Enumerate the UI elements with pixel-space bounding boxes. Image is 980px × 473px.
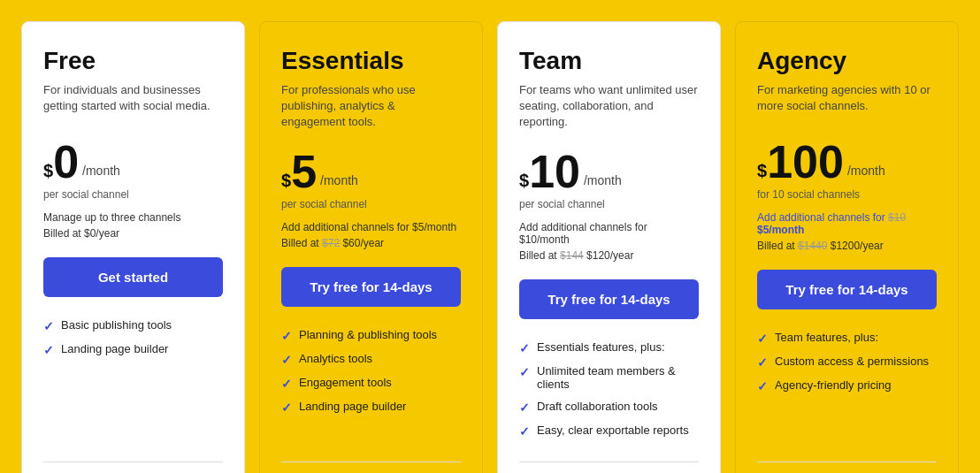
price-amount: 10 bbox=[529, 149, 580, 195]
divider bbox=[281, 462, 461, 462]
price-label: per social channel bbox=[281, 198, 461, 210]
check-icon: ✓ bbox=[281, 377, 292, 391]
feature-item: ✓ Team features, plus: bbox=[757, 331, 937, 346]
price-dollar: $ bbox=[519, 166, 529, 195]
feature-item: ✓ Landing page builder bbox=[43, 342, 223, 357]
features-list: ✓ Essentials features, plus: ✓ Unlimited… bbox=[519, 340, 699, 447]
divider bbox=[43, 462, 223, 462]
check-icon: ✓ bbox=[519, 401, 530, 415]
feature-item: ✓ Custom access & permissions bbox=[757, 355, 937, 370]
feature-item: ✓ Essentials features, plus: bbox=[519, 340, 699, 355]
plan-card-agency: Agency For marketing agencies with 10 or… bbox=[735, 21, 959, 473]
pricing-grid: Free For individuals and businesses gett… bbox=[14, 14, 966, 473]
price-label: for 10 social channels bbox=[757, 188, 937, 201]
feature-item: ✓ Agency-friendly pricing bbox=[757, 378, 937, 393]
feature-text: Essentials features, plus: bbox=[537, 340, 665, 354]
feature-text: Easy, clear exportable reports bbox=[537, 423, 689, 437]
cta-button-essentials[interactable]: Try free for 14-days bbox=[281, 267, 461, 307]
plan-name: Free bbox=[43, 47, 223, 75]
price-note: Add additional channels for $10 $5/month bbox=[757, 211, 937, 236]
check-icon: ✓ bbox=[281, 353, 292, 367]
check-icon: ✓ bbox=[757, 332, 768, 346]
feature-text: Landing page builder bbox=[299, 400, 406, 413]
billed-text: Billed at $0/year bbox=[43, 227, 223, 240]
price-row: $ 10 /month bbox=[519, 149, 699, 195]
cta-button-agency[interactable]: Try free for 14-days bbox=[757, 270, 937, 309]
plan-card-essentials: Essentials For professionals who use pub… bbox=[259, 21, 483, 473]
check-icon: ✓ bbox=[281, 401, 292, 415]
price-row: $ 0 /month bbox=[43, 139, 223, 185]
price-amount: 0 bbox=[53, 139, 79, 185]
price-dollar: $ bbox=[757, 156, 767, 185]
divider bbox=[519, 462, 699, 462]
check-icon: ✓ bbox=[43, 343, 54, 357]
feature-item: ✓ Planning & publishing tools bbox=[281, 328, 461, 343]
billed-text: Billed at $72 $60/year bbox=[281, 237, 461, 249]
feature-text: Unlimited team members & clients bbox=[537, 364, 699, 391]
plan-desc: For individuals and businesses getting s… bbox=[43, 82, 223, 121]
plan-name: Team bbox=[519, 47, 699, 75]
price-label: per social channel bbox=[519, 198, 699, 210]
plan-desc: For marketing agencies with 10 or more s… bbox=[757, 82, 937, 121]
feature-text: Custom access & permissions bbox=[775, 355, 929, 368]
plan-card-free: Free For individuals and businesses gett… bbox=[21, 21, 245, 473]
price-dollar: $ bbox=[281, 166, 291, 195]
feature-text: Landing page builder bbox=[61, 342, 168, 355]
feature-item: ✓ Easy, clear exportable reports bbox=[519, 423, 699, 439]
check-icon: ✓ bbox=[757, 379, 768, 393]
features-list: ✓ Basic publishing tools ✓ Landing page … bbox=[43, 318, 223, 447]
feature-text: Basic publishing tools bbox=[61, 318, 172, 332]
feature-item: ✓ Engagement tools bbox=[281, 376, 461, 391]
feature-text: Agency-friendly pricing bbox=[775, 378, 892, 392]
feature-item: ✓ Basic publishing tools bbox=[43, 318, 223, 333]
features-list: ✓ Team features, plus: ✓ Custom access &… bbox=[757, 331, 937, 447]
feature-text: Team features, plus: bbox=[775, 331, 878, 344]
feature-text: Planning & publishing tools bbox=[299, 328, 437, 341]
price-amount: 100 bbox=[767, 139, 844, 185]
plan-name: Essentials bbox=[281, 47, 461, 75]
check-icon: ✓ bbox=[519, 365, 530, 379]
price-row: $ 100 /month bbox=[757, 139, 937, 185]
check-icon: ✓ bbox=[43, 319, 54, 333]
price-period: /month bbox=[320, 173, 358, 187]
price-row: $ 5 /month bbox=[281, 149, 461, 195]
cta-button-team[interactable]: Try free for 14-days bbox=[519, 279, 699, 319]
check-icon: ✓ bbox=[519, 424, 530, 439]
plan-desc: For teams who want unlimited user seatin… bbox=[519, 82, 699, 131]
check-icon: ✓ bbox=[281, 329, 292, 343]
feature-item: ✓ Draft collaboration tools bbox=[519, 400, 699, 415]
price-note: Add additional channels for $10/month bbox=[519, 221, 699, 246]
price-period: /month bbox=[847, 164, 885, 178]
price-dollar: $ bbox=[43, 156, 53, 185]
plan-name: Agency bbox=[757, 47, 937, 75]
check-icon: ✓ bbox=[519, 341, 530, 355]
feature-item: ✓ Landing page builder bbox=[281, 400, 461, 415]
price-amount: 5 bbox=[291, 149, 317, 195]
plan-card-team: Team For teams who want unlimited user s… bbox=[497, 21, 721, 473]
cta-button-free[interactable]: Get started bbox=[43, 257, 223, 297]
price-label: per social channel bbox=[43, 188, 223, 201]
price-period: /month bbox=[584, 173, 622, 187]
billed-text: Billed at $1440 $1200/year bbox=[757, 240, 937, 252]
price-note: Add additional channels for $5/month bbox=[281, 221, 461, 233]
features-list: ✓ Planning & publishing tools ✓ Analytic… bbox=[281, 328, 461, 447]
price-period: /month bbox=[82, 164, 120, 178]
feature-item: ✓ Unlimited team members & clients bbox=[519, 364, 699, 391]
price-note: Manage up to three channels bbox=[43, 211, 223, 224]
feature-text: Engagement tools bbox=[299, 376, 392, 389]
divider bbox=[757, 462, 937, 462]
billed-text: Billed at $144 $120/year bbox=[519, 249, 699, 262]
check-icon: ✓ bbox=[757, 355, 768, 370]
feature-text: Draft collaboration tools bbox=[537, 400, 658, 413]
plan-desc: For professionals who use publishing, an… bbox=[281, 82, 461, 131]
feature-item: ✓ Analytics tools bbox=[281, 352, 461, 367]
feature-text: Analytics tools bbox=[299, 352, 372, 365]
